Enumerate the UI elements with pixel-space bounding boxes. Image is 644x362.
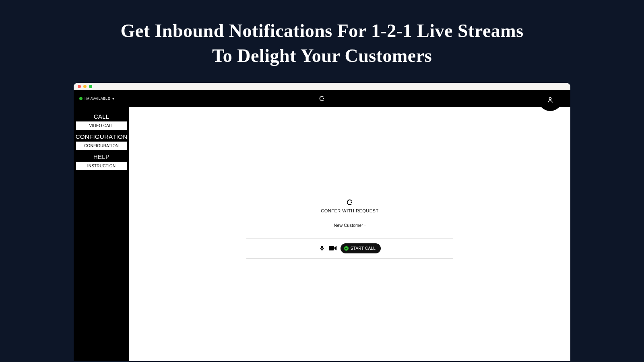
notification-customer: New Customer -: [246, 223, 453, 228]
start-call-button[interactable]: START CALL: [341, 243, 381, 253]
svg-point-1: [549, 98, 551, 100]
notification-logo-icon: [346, 199, 353, 206]
page-heading: Get Inbound Notifications For 1-2-1 Live…: [0, 0, 644, 83]
inbound-notification: CONFER WITH REQUEST New Customer -: [246, 199, 453, 259]
svg-point-2: [351, 202, 352, 203]
availability-toggle[interactable]: I'M AVAILABLE ▾: [79, 97, 114, 101]
sidebar-item-video-call[interactable]: VIDEO CALL: [76, 121, 127, 130]
availability-label: I'M AVAILABLE: [85, 97, 110, 101]
sidebar-item-configuration[interactable]: CONFIGURATION: [76, 142, 127, 150]
microphone-icon[interactable]: [319, 245, 325, 252]
svg-rect-3: [321, 246, 323, 249]
svg-rect-5: [329, 246, 334, 251]
notification-controls: START CALL: [246, 238, 453, 259]
brand-logo-icon: [319, 95, 325, 102]
sidebar: CALL VIDEO CALL CONFIGURATION CONFIGURAT…: [74, 107, 129, 361]
page-heading-line2: To Delight Your Customers: [212, 45, 432, 66]
start-call-label: START CALL: [351, 246, 376, 251]
window-maximize-dot[interactable]: [89, 85, 92, 88]
macos-titlebar: [74, 83, 570, 90]
app-body: CALL VIDEO CALL CONFIGURATION CONFIGURAT…: [74, 107, 570, 361]
app-window: I'M AVAILABLE ▾ CALL VIDEO CALL CONFIGUR…: [74, 83, 570, 361]
svg-point-0: [323, 98, 324, 99]
sidebar-item-instruction[interactable]: INSTRUCTION: [76, 162, 127, 170]
status-dot-icon: [79, 97, 83, 100]
sidebar-heading-call: CALL: [74, 111, 129, 121]
sidebar-heading-help: HELP: [74, 151, 129, 162]
window-close-dot[interactable]: [78, 85, 81, 88]
check-icon: [344, 246, 349, 251]
page-heading-line1: Get Inbound Notifications For 1-2-1 Live…: [120, 21, 523, 41]
camera-icon[interactable]: [328, 245, 337, 251]
app-header: I'M AVAILABLE ▾: [74, 90, 570, 107]
user-icon: [547, 96, 554, 105]
chevron-down-icon: ▾: [112, 97, 114, 101]
notification-title: CONFER WITH REQUEST: [246, 208, 453, 213]
window-minimize-dot[interactable]: [83, 85, 87, 88]
sidebar-heading-configuration: CONFIGURATION: [74, 131, 129, 142]
content-area: CONFER WITH REQUEST New Customer -: [129, 107, 570, 361]
